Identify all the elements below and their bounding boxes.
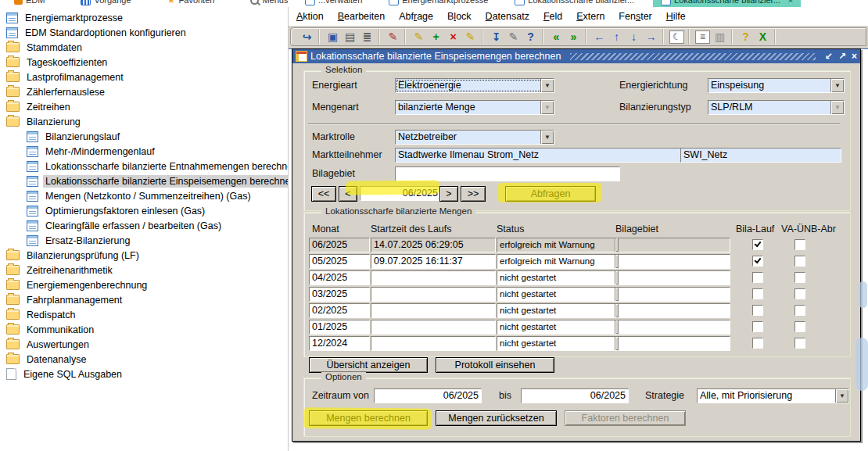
marktteilnehmer-code-field[interactable]: SWI_Netz	[680, 148, 841, 163]
first-month-button[interactable]: <<	[311, 186, 336, 202]
sidebar-item[interactable]: Mengen (Netzkonto / Summenzeitreihen) (G…	[0, 188, 288, 203]
status-select[interactable]: erfolgreich mit Warnung▼	[497, 254, 629, 269]
download-icon[interactable]: ↧	[489, 30, 504, 44]
bilagebiet-cell[interactable]	[618, 238, 730, 252]
last-month-button[interactable]: >>	[461, 186, 486, 202]
sidebar-item[interactable]: Zählerfernauslese	[0, 84, 288, 99]
bila-lauf-checkbox[interactable]	[752, 288, 763, 299]
excel-export-icon[interactable]: X	[755, 30, 770, 44]
status-select[interactable]: nicht gestartet▼	[497, 287, 629, 302]
bila-lauf-checkbox[interactable]	[752, 338, 763, 349]
protokoll-einsehen-button[interactable]: Protokoll einsehen	[436, 357, 554, 373]
chevron-down-icon[interactable]: ▼	[835, 389, 848, 403]
restore-icon[interactable]: ↗	[838, 52, 846, 61]
bilagebiet-cell[interactable]	[618, 336, 730, 351]
status-select[interactable]: nicht gestartet▼	[497, 303, 629, 318]
faktoren-berechnen-button[interactable]: Faktoren berechnen	[565, 410, 686, 426]
enter-query-icon[interactable]: ✎	[411, 30, 426, 44]
arrow-left-icon[interactable]: ←	[592, 30, 607, 44]
document-tab-1[interactable]: ...verwalten	[297, 0, 370, 7]
sidebar-item[interactable]: Zeitreihen	[0, 99, 288, 114]
startzeit-cell[interactable]	[371, 287, 496, 302]
bilagebiet-cell[interactable]	[618, 303, 730, 318]
bilanzierungstyp-select[interactable]: SLP/RLM▼	[708, 100, 845, 115]
window-titlebar[interactable]: Lokationsscharfe bilanzierte Einspeiseme…	[292, 49, 860, 63]
moon-icon[interactable]: ☾	[669, 30, 684, 44]
strategie-select[interactable]: Alle, mit Priorisierung▼	[697, 388, 849, 403]
next-block-icon[interactable]: »	[566, 30, 581, 44]
bila-lauf-checkbox[interactable]	[752, 321, 763, 332]
insert-record-icon[interactable]: +	[429, 30, 443, 44]
sidebar-item[interactable]: Bilanzierung	[0, 114, 288, 129]
bila-lauf-checkbox[interactable]	[752, 305, 763, 316]
bilagebiet-cell[interactable]	[618, 270, 730, 285]
va-unb-abr-checkbox[interactable]	[794, 338, 805, 349]
status-select[interactable]: nicht gestartet▼	[497, 336, 629, 351]
mengenart-select[interactable]: bilanzierte Menge▼	[395, 100, 554, 115]
menu-bearbeiten[interactable]: Bearbeiten	[338, 11, 385, 22]
print-preview-icon[interactable]: ≣	[360, 30, 375, 44]
minimize-icon[interactable]: ↙	[825, 52, 833, 61]
chevron-down-icon[interactable]: ▼	[830, 79, 844, 92]
menu-datensatz[interactable]: Datensatz	[486, 11, 529, 22]
tab-edm[interactable]: EDM	[6, 0, 52, 7]
menu-feld[interactable]: Feld	[543, 11, 562, 22]
uebersicht-anzeigen-button[interactable]: Übersicht anzeigen	[309, 357, 428, 373]
month-field[interactable]: 06/2025	[360, 186, 441, 201]
bilagebiet-cell[interactable]	[618, 287, 730, 302]
edit-icon[interactable]: ✎	[506, 30, 521, 44]
sidebar-item[interactable]: Bilanzierungsprüfung (LF)	[0, 248, 288, 263]
sidebar-item[interactable]: Lokationsscharfe bilanzierte Entnahmemen…	[0, 159, 288, 174]
next-month-button[interactable]: >	[439, 186, 458, 202]
startzeit-cell[interactable]: 14.07.2025 06:29:05	[371, 238, 496, 252]
monat-cell[interactable]: 04/2025	[309, 270, 370, 285]
tab-favoriten[interactable]: ★Favoriten	[160, 0, 223, 7]
menu-block[interactable]: Block	[447, 11, 472, 22]
menu-hilfe[interactable]: Hilfe	[666, 11, 686, 22]
sidebar-item[interactable]: Redispatch	[0, 307, 288, 322]
marktteilnehmer-field[interactable]: Stadtwerke Ilmenau Strom_Netz	[395, 148, 681, 163]
startzeit-cell[interactable]	[371, 336, 496, 351]
sidebar-item[interactable]: Energiemarktprozesse	[0, 10, 288, 25]
startzeit-cell[interactable]: 09.07.2025 16:11:37	[371, 254, 496, 269]
bilagebiet-cell[interactable]	[618, 320, 730, 335]
monat-cell[interactable]: 05/2025	[309, 254, 370, 269]
va-unb-abr-checkbox[interactable]	[794, 239, 805, 250]
sidebar-item[interactable]: Tageskoeffizienten	[0, 55, 288, 70]
arrow-up-icon[interactable]: ↑	[609, 30, 624, 44]
monat-cell[interactable]: 12/2024	[309, 336, 370, 351]
menu-aktion[interactable]: Aktion	[296, 11, 324, 22]
arrow-right-icon[interactable]: →	[644, 30, 658, 44]
startzeit-cell[interactable]	[371, 303, 496, 318]
va-unb-abr-checkbox[interactable]	[794, 305, 805, 316]
status-select[interactable]: erfolgreich mit Warnung▼	[497, 238, 629, 252]
close-icon[interactable]: ×	[852, 52, 857, 61]
clipboard-icon[interactable]: ▥	[712, 30, 727, 44]
energieart-select[interactable]: Elektroenergie▼	[395, 78, 554, 93]
link-icon[interactable]: ?	[738, 30, 753, 44]
arrow-down-icon[interactable]: ↓	[626, 30, 641, 44]
bila-lauf-checkbox[interactable]	[752, 239, 763, 250]
va-unb-abr-checkbox[interactable]	[794, 288, 805, 299]
document-list-icon[interactable]: ≡	[695, 30, 710, 44]
sidebar-item[interactable]: Zeitreihenarithmetik	[0, 263, 288, 277]
sidebar-item[interactable]: Ersatz-Bilanzierung	[0, 233, 288, 248]
monat-cell[interactable]: 06/2025	[309, 238, 370, 252]
status-select[interactable]: nicht gestartet▼	[497, 270, 629, 285]
help-icon[interactable]: ?	[523, 30, 538, 44]
zeitraum-bis-field[interactable]: 06/2025	[521, 388, 629, 403]
abfragen-button[interactable]: Abfragen	[505, 186, 596, 202]
bila-lauf-checkbox[interactable]	[752, 272, 763, 283]
delete-record-icon[interactable]: ×	[446, 30, 461, 44]
sidebar-item[interactable]: Auswertungen	[0, 337, 288, 352]
cancel-query-icon[interactable]: ✎	[463, 30, 478, 44]
save-icon[interactable]: ▣	[325, 30, 340, 44]
tab-vorgänge[interactable]: Vorgänge	[73, 0, 138, 7]
va-unb-abr-checkbox[interactable]	[794, 272, 805, 283]
sidebar-item[interactable]: Bilanzierungslauf	[0, 129, 288, 144]
menu-extern[interactable]: Extern	[576, 11, 604, 22]
mengen-zuruecksetzen-button[interactable]: Mengen zurücksetzen	[436, 410, 557, 426]
sidebar-item[interactable]: Fahrplanmanagement	[0, 292, 288, 307]
energierichtung-select[interactable]: Einspeisung▼	[708, 78, 845, 93]
va-unb-abr-checkbox[interactable]	[794, 256, 805, 267]
